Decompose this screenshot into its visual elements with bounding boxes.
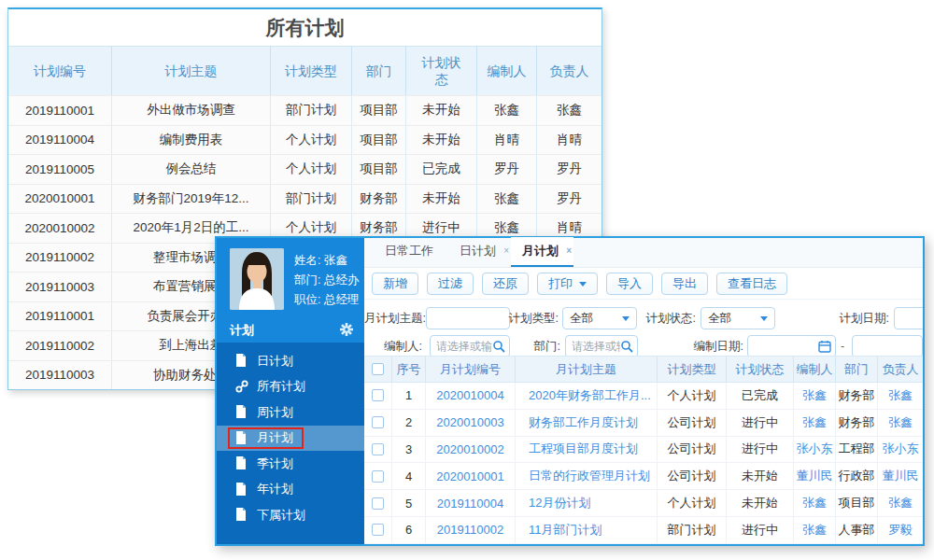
filter-panel: 月计划主题: 计划类型: 全部 计划状态: 全部 计划日期: 编制人: 部门: <box>364 300 923 356</box>
create-date-start-input[interactable] <box>747 335 836 356</box>
cell-owner-link[interactable]: 张鑫 <box>878 383 923 409</box>
cell-plan-id-link[interactable]: 2020010002 <box>426 437 516 463</box>
cell-owner-link[interactable]: 张鑫 <box>878 410 923 436</box>
sidebar-item-month-plan[interactable]: 月计划 <box>217 426 364 452</box>
cell-subject-link[interactable]: 日常的行政管理月计划 <box>516 463 658 489</box>
header-cell: 负责人 <box>878 357 923 382</box>
cell-subject-link[interactable]: 财务部工作月度计划 <box>516 410 658 436</box>
select-value: 全部 <box>708 311 731 327</box>
sidebar-item-all-plans[interactable]: 所有计划 <box>217 374 364 400</box>
row-checkbox[interactable] <box>372 497 384 510</box>
cell-plan-id: 2019110005 <box>8 155 112 184</box>
subject-filter-input[interactable] <box>426 307 510 329</box>
sidebar-item-week-plan[interactable]: 周计划 <box>217 399 364 426</box>
close-icon[interactable]: × <box>503 237 509 265</box>
print-button[interactable]: 打印 <box>537 273 598 295</box>
row-select-cell <box>364 490 392 516</box>
cell-status: 未开始 <box>727 490 794 516</box>
row-select-cell <box>364 410 392 436</box>
search-icon[interactable] <box>620 340 633 353</box>
close-icon[interactable]: × <box>566 237 572 265</box>
header-cell: 月计划编号 <box>426 357 516 382</box>
cell-dept: 项目部 <box>352 126 406 155</box>
row-checkbox[interactable] <box>372 443 384 455</box>
calendar-icon[interactable] <box>818 340 831 353</box>
cell-owner-link[interactable]: 董川民 <box>878 463 923 489</box>
button-label: 导入 <box>617 275 642 292</box>
cell-plan-id-link[interactable]: 2019110002 <box>426 517 516 543</box>
sidebar-item-quarter-plan[interactable]: 季计划 <box>217 451 364 477</box>
cell-creator-link[interactable]: 张小东 <box>794 437 836 463</box>
cell-creator: 罗丹 <box>477 155 537 184</box>
type-filter-select[interactable]: 全部 <box>562 307 637 329</box>
cell-plan-id-link[interactable]: 2019110004 <box>426 490 516 516</box>
tab-label: 日常工作 <box>385 244 433 258</box>
file-icon <box>235 354 248 368</box>
view-log-button[interactable]: 查看日志 <box>716 273 787 295</box>
cell-dept: 行政部 <box>836 463 878 489</box>
cell-plan-id-link[interactable]: 2020010004 <box>426 383 516 409</box>
cell-creator-link[interactable]: 张鑫 <box>794 383 836 409</box>
cell-plan-id: 2019110001 <box>8 96 112 125</box>
cell-owner: 张鑫 <box>537 96 601 125</box>
sidebar-item-year-plan[interactable]: 年计划 <box>217 477 364 503</box>
create-date-filter-label: 编制日期: <box>687 335 743 356</box>
row-checkbox[interactable] <box>372 389 384 401</box>
creator-filter-search[interactable] <box>430 335 510 356</box>
import-button[interactable]: 导入 <box>606 273 653 295</box>
file-icon <box>235 508 248 522</box>
chevron-down-icon <box>622 316 630 325</box>
dept-filter-search[interactable] <box>565 335 638 356</box>
row-select-cell <box>364 463 392 489</box>
sidebar-item-label: 周计划 <box>257 404 293 421</box>
cell-subject-link[interactable]: 2020年财务部工作月... <box>516 383 658 409</box>
user-name: 姓名: 张鑫 <box>294 251 359 271</box>
filter-button[interactable]: 过滤 <box>427 273 474 295</box>
cell-plan-id-link[interactable]: 2020010001 <box>426 463 516 489</box>
gear-icon[interactable] <box>340 323 353 339</box>
cell-owner-link[interactable]: 罗毅 <box>878 517 923 543</box>
cell-status: 未开始 <box>406 126 477 155</box>
sidebar-item-label: 季计划 <box>257 455 293 472</box>
cell-creator-link[interactable]: 张鑫 <box>794 410 836 436</box>
header-cell: 序号 <box>392 357 426 382</box>
table-row: 2019110005 例会总结 个人计划 项目部 已完成 罗丹 罗丹 <box>8 154 601 184</box>
user-profile: 姓名: 张鑫 部门: 总经办 职位: 总经理 <box>217 238 364 320</box>
button-label: 新增 <box>383 275 407 292</box>
cell-subject-link[interactable]: 11月部门计划 <box>516 517 658 543</box>
tab-month-plan[interactable]: 月计划 × <box>511 237 573 267</box>
cell-type: 个人计划 <box>658 383 727 409</box>
cell-subject-link[interactable]: 工程项目部月度计划 <box>516 437 658 463</box>
cell-creator-link[interactable]: 张鑫 <box>794 490 836 516</box>
table-row: 2 2020010003 财务部工作月度计划 公司计划 进行中 张鑫 财务部 张… <box>364 410 923 437</box>
row-checkbox[interactable] <box>372 524 384 536</box>
cell-plan-id-link[interactable]: 2020010003 <box>426 410 516 436</box>
cell-owner-link[interactable]: 张小东 <box>878 437 923 463</box>
sidebar-item-day-plan[interactable]: 日计划 <box>217 348 364 374</box>
user-department: 部门: 总经办 <box>294 271 359 290</box>
reset-button[interactable]: 还原 <box>482 273 529 295</box>
cell-creator-link[interactable]: 张鑫 <box>794 517 836 543</box>
add-button[interactable]: 新增 <box>372 273 418 295</box>
cell-type: 个人计划 <box>271 155 352 184</box>
avatar-portrait <box>230 248 284 310</box>
row-checkbox[interactable] <box>372 470 384 483</box>
cell-creator-link[interactable]: 董川民 <box>794 463 836 489</box>
select-all-checkbox[interactable] <box>372 363 384 375</box>
cell-status: 未开始 <box>727 463 794 489</box>
cell-subject-link[interactable]: 12月份计划 <box>516 490 658 516</box>
row-select-cell <box>364 383 392 409</box>
plan-date-filter-input[interactable] <box>894 307 923 329</box>
button-label: 查看日志 <box>728 275 776 292</box>
status-filter-select[interactable]: 全部 <box>700 307 775 329</box>
sidebar-item-subordinate-plan[interactable]: 下属计划 <box>217 502 364 528</box>
export-button[interactable]: 导出 <box>661 273 708 295</box>
tab-day-plan[interactable]: 日计划 × <box>448 237 511 267</box>
row-checkbox[interactable] <box>372 416 384 428</box>
cell-owner-link[interactable]: 张鑫 <box>878 490 923 516</box>
search-icon[interactable] <box>492 340 505 353</box>
tab-daily-work[interactable]: 日常工作 <box>374 237 448 267</box>
create-date-end-input[interactable] <box>852 335 923 356</box>
header-cell: 计划类型 <box>271 47 352 95</box>
cell-owner: 肖晴 <box>537 126 601 155</box>
